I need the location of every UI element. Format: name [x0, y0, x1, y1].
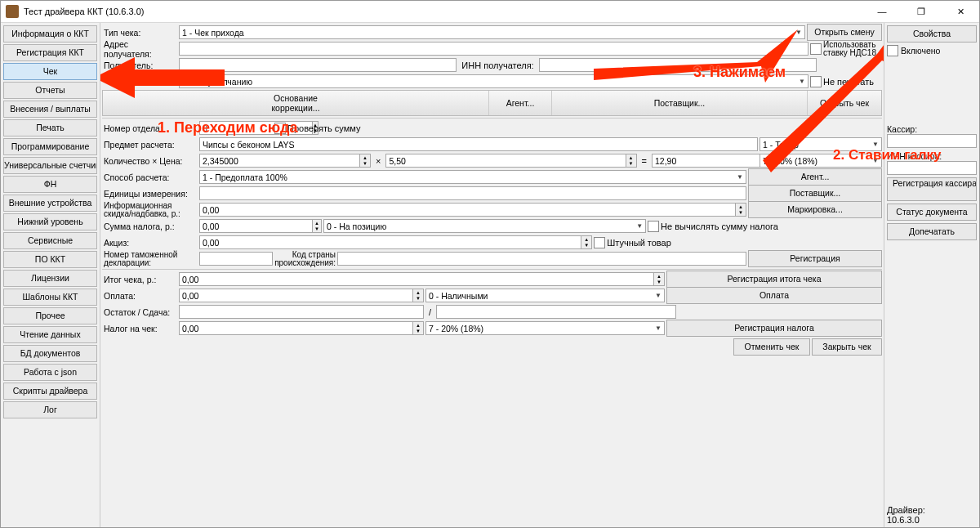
input-sum-nalog[interactable] [199, 219, 313, 233]
checkbox-ne-pechatat[interactable] [810, 76, 822, 87]
combo-default[interactable]: 0 - По умолчанию▼ [179, 74, 808, 88]
input-poluchatel[interactable] [179, 58, 457, 72]
combo-na-poziciyu[interactable]: 0 - На позицию▼ [323, 219, 646, 233]
window-buttons: — ❐ ✕ [868, 7, 974, 17]
btn-osnovanie[interactable]: Основаниекоррекции... [103, 91, 489, 115]
btn-postavshik-top[interactable]: Поставщик... [552, 91, 808, 115]
btn-reg-naloga[interactable]: Регистрация налога [666, 320, 882, 337]
action-strip-top: Основаниекоррекции... Агент... Поставщик… [102, 90, 882, 116]
btn-reg-kassira[interactable]: Регистрация кассира [887, 177, 977, 201]
input-inn-kassira[interactable] [887, 161, 977, 175]
input-kassir[interactable] [887, 134, 977, 148]
nav-item-16[interactable]: Чтение данных [3, 326, 97, 343]
btn-open-check[interactable]: Открыть чек [808, 91, 881, 115]
label-tip-cheka: Тип чека: [102, 28, 177, 38]
combo-nalog-rate[interactable]: 7 - 20% (18%)▼ [760, 154, 882, 168]
label-kod-strany: Код страны происхождения: [274, 251, 336, 267]
nav-item-20[interactable]: Лог [3, 401, 97, 418]
nav-item-4[interactable]: Внесения / выплаты [3, 101, 97, 118]
close-button[interactable]: ✕ [947, 7, 974, 17]
label-itog: Итог чека, р.: [102, 275, 177, 284]
btn-oplata[interactable]: Оплата [666, 287, 882, 304]
combo-oplata-type[interactable]: 0 - Наличными▼ [425, 289, 665, 302]
label-sposob: Способ расчета: [102, 172, 198, 182]
label-nomer-otdela: Номер отдела: [102, 123, 198, 133]
label-shtuchnyj: Штучный товар [607, 238, 882, 248]
input-kod-strany[interactable] [337, 252, 746, 266]
label-ostatok: Остаток / Сдача: [102, 307, 177, 317]
input-tamozh[interactable] [199, 252, 273, 266]
label-nalog-chek: Налог на чек: [102, 324, 177, 333]
btn-postavshik[interactable]: Поставщик... [748, 185, 882, 202]
btn-agent-top[interactable]: Агент... [489, 91, 552, 115]
input-adres[interactable] [179, 42, 808, 56]
nav-item-9[interactable]: Внешние устройства [3, 195, 97, 212]
checkbox-ne-vychislyat[interactable] [648, 221, 659, 232]
btn-markirovka[interactable]: Маркировка... [748, 201, 882, 218]
input-kol[interactable] [199, 154, 360, 168]
nav-item-17[interactable]: БД документов [3, 345, 97, 362]
combo-tip-cheka[interactable]: 1 - Чек прихода▼ [179, 25, 805, 39]
nav-item-13[interactable]: Лицензии [3, 270, 97, 287]
combo-tovar[interactable]: 1 - Товар▼ [760, 137, 882, 151]
label-kassir: Кассир: [887, 124, 977, 134]
label-inn-kassira: ИНН кассира: [887, 151, 977, 161]
input-sdacha[interactable] [436, 305, 676, 319]
label-kol-cena: Количество × Цена: [102, 156, 198, 166]
nav-item-12[interactable]: ПО ККТ [3, 251, 97, 268]
main-form: 1. Переходим сюда 3. Нажимаем Тип чека: … [100, 23, 884, 527]
nav-item-0[interactable]: Информация о ККТ [3, 25, 97, 43]
btn-dopechat[interactable]: Допечатать [887, 223, 977, 240]
nav-item-2[interactable]: Чек [3, 63, 97, 80]
checkbox-ispolzovat-nds18[interactable] [810, 43, 822, 55]
maximize-button[interactable]: ❐ [907, 7, 935, 17]
btn-svoistva[interactable]: Свойства [887, 25, 977, 43]
label-inn-poluch: ИНН получателя: [458, 60, 537, 70]
input-nalog-chek[interactable] [179, 321, 413, 335]
input-cena[interactable] [385, 154, 626, 168]
label-ispolzovat: Использовать ставку НДС18 [823, 41, 882, 57]
input-skidka[interactable] [199, 203, 736, 217]
btn-otmenit[interactable]: Отменить чек [733, 338, 810, 356]
nav-item-15[interactable]: Прочее [3, 307, 97, 324]
label-edinicy: Единицы измерения: [102, 189, 198, 199]
btn-agent[interactable]: Агент... [748, 168, 882, 186]
btn-reg-itoga[interactable]: Регистрация итога чека [666, 271, 882, 288]
minimize-button[interactable]: — [868, 7, 896, 17]
btn-registraciya[interactable]: Регистрация [748, 250, 882, 267]
nav-item-11[interactable]: Сервисные [3, 232, 97, 249]
nav-item-6[interactable]: Программирование [3, 138, 97, 155]
nav-item-10[interactable]: Нижний уровень [3, 213, 97, 230]
app-window: Тест драйвера ККТ (10.6.3.0) — ❐ ✕ Инфор… [0, 0, 980, 528]
open-shift-button[interactable]: Открыть смену [807, 24, 882, 41]
checkbox-proveryat[interactable] [274, 123, 286, 134]
label-tamozh: Номер таможенной декларации: [102, 251, 198, 267]
app-icon [6, 5, 19, 18]
nav-item-5[interactable]: Печать [3, 119, 97, 136]
input-akciz[interactable] [199, 235, 581, 249]
nav-item-1[interactable]: Регистрация ККТ [3, 44, 97, 61]
checkbox-shtuchnyj[interactable] [594, 237, 605, 248]
nav-item-18[interactable]: Работа с json [3, 364, 97, 381]
input-summa[interactable] [652, 154, 765, 168]
btn-zakryt[interactable]: Закрыть чек [812, 338, 882, 356]
nav-item-14[interactable]: Шаблоны ККТ [3, 289, 97, 306]
combo-sposob[interactable]: 1 - Предоплата 100%▼ [199, 170, 746, 184]
nav-item-7[interactable]: Универсальные счетчики [3, 157, 97, 174]
nav-item-3[interactable]: Отчеты [3, 82, 97, 99]
input-inn-poluch[interactable] [539, 58, 817, 72]
input-ostatok[interactable] [179, 305, 424, 319]
body: Информация о ККТРегистрация ККТЧекОтчеты… [1, 23, 979, 527]
checkbox-vklyucheno[interactable] [887, 45, 898, 56]
combo-nalog-chek-rate[interactable]: 7 - 20% (18%)▼ [425, 321, 665, 335]
input-oplata[interactable] [179, 289, 413, 302]
nav-item-8[interactable]: ФН [3, 176, 97, 193]
titlebar: Тест драйвера ККТ (10.6.3.0) — ❐ ✕ [1, 1, 979, 23]
input-itog[interactable] [179, 272, 654, 286]
nav-item-19[interactable]: Скрипты драйвера [3, 383, 97, 400]
btn-status-doc[interactable]: Статус документа [887, 204, 977, 221]
label-ne-vychislyat: Не вычислять сумму налога [661, 221, 882, 231]
label-akciz: Акциз: [102, 238, 198, 248]
input-predmet[interactable] [199, 137, 758, 151]
input-edinicy[interactable] [199, 186, 746, 200]
